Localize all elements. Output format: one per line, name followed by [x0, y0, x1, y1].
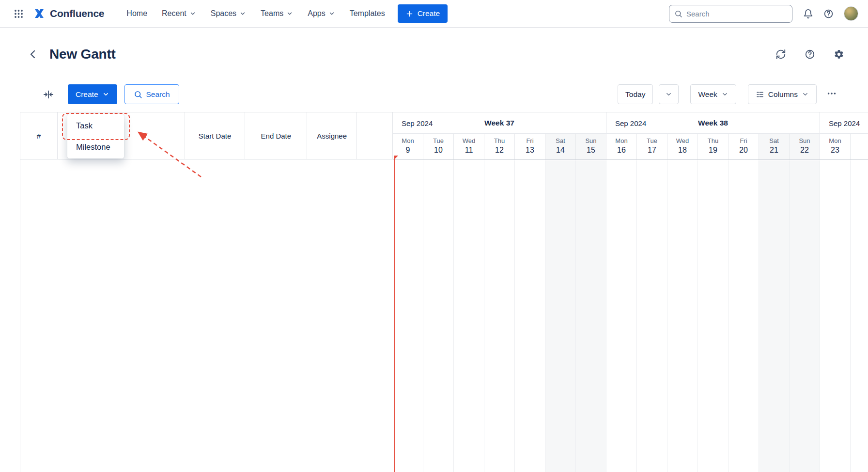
- page-title: New Gantt: [49, 47, 116, 62]
- jump-dropdown-button[interactable]: [659, 84, 679, 104]
- timeline-day-cell: Wed11: [454, 134, 484, 159]
- back-button[interactable]: [24, 46, 42, 63]
- chevron-down-icon: [802, 91, 809, 98]
- timeline-day-cell-weekend: Sun15: [576, 134, 606, 159]
- day-number: 23: [820, 146, 850, 155]
- columns-dropdown[interactable]: Columns: [748, 84, 817, 104]
- search-input[interactable]: [686, 10, 787, 18]
- primary-nav: Home Recent Spaces Teams Apps Templates: [121, 5, 390, 22]
- timeline-day-cell: Thu19: [698, 134, 728, 159]
- timeline-day-column: [423, 160, 454, 472]
- timeline-day-cell: Tue17: [637, 134, 667, 159]
- week-block: Sep 2024: [820, 112, 868, 133]
- timeline-day-column: [820, 160, 851, 472]
- timeline-day-column: [667, 160, 698, 472]
- gantt-search-button[interactable]: Search: [124, 84, 179, 104]
- nav-label: Spaces: [211, 9, 236, 18]
- confluence-brand[interactable]: Confluence: [33, 7, 104, 20]
- day-number: 16: [606, 146, 636, 155]
- day-number: 13: [515, 146, 545, 155]
- day-number: 19: [698, 146, 728, 155]
- nav-label: Apps: [308, 9, 325, 18]
- nav-item-recent[interactable]: Recent: [156, 5, 202, 22]
- today-label: Today: [625, 90, 645, 99]
- timeline-day-cell: Tue10: [423, 134, 454, 159]
- ellipsis-icon: [826, 88, 837, 99]
- day-number: 17: [637, 146, 667, 155]
- timeline-day-cell-weekend: Sat14: [545, 134, 576, 159]
- gear-icon: [834, 49, 844, 60]
- page-header-actions: [773, 47, 847, 62]
- day-name: Wed: [454, 137, 484, 144]
- menu-item-milestone[interactable]: Milestone: [67, 136, 124, 157]
- timeline-day-column-weekend: [759, 160, 790, 472]
- global-create-button[interactable]: Create: [398, 4, 448, 23]
- chevron-down-icon: [286, 10, 293, 17]
- settings-button[interactable]: [831, 47, 847, 62]
- day-name: Thu: [484, 137, 514, 144]
- question-circle-icon: [805, 49, 815, 60]
- day-name: Fri: [728, 137, 759, 144]
- timeline-day-cell: Fri20: [728, 134, 759, 159]
- chevron-down-icon: [102, 91, 109, 98]
- menu-item-task[interactable]: Task: [67, 115, 124, 136]
- notifications-button[interactable]: [799, 5, 817, 22]
- user-avatar[interactable]: [844, 6, 858, 21]
- task-list-empty-area: [20, 159, 393, 472]
- day-name: Wed: [667, 137, 698, 144]
- day-name: Mon: [820, 137, 850, 144]
- timeline-day-column-weekend: [790, 160, 820, 472]
- week-label: Week 38: [698, 119, 728, 127]
- week-block: Sep 2024 Week 37: [393, 112, 606, 133]
- nav-item-apps[interactable]: Apps: [302, 5, 341, 22]
- chevron-down-icon: [665, 91, 672, 98]
- app-switcher-button[interactable]: [10, 5, 27, 22]
- column-header-assignee: Assignee: [307, 112, 357, 159]
- global-search: [669, 5, 792, 23]
- timeline-day-column: [454, 160, 484, 472]
- apps-grid-icon: [14, 9, 23, 18]
- top-navigation-bar: Confluence Home Recent Spaces Teams Apps…: [0, 0, 868, 28]
- search-icon: [674, 10, 682, 18]
- collapse-panel-button[interactable]: [40, 86, 57, 103]
- more-options-button[interactable]: [822, 84, 841, 104]
- timeline-day-column: [515, 160, 545, 472]
- toolbar-right-group: Today Week Columns: [618, 84, 841, 104]
- column-header-actions: [357, 112, 393, 159]
- nav-item-spaces[interactable]: Spaces: [205, 5, 252, 22]
- back-chevron-icon: [27, 48, 39, 60]
- time-scale-dropdown[interactable]: Week: [690, 84, 736, 104]
- timeline: Sep 2024 Week 37 Sep 2024 Week 38 Sep 20…: [393, 112, 868, 472]
- day-number: 15: [576, 146, 606, 155]
- timeline-day-column: [637, 160, 667, 472]
- gantt-help-button[interactable]: [802, 47, 818, 62]
- column-header-end-date: End Date: [245, 112, 307, 159]
- day-name: Fri: [515, 137, 545, 144]
- sync-icon: [775, 49, 786, 60]
- timeline-day-column: [393, 160, 423, 472]
- timeline-day-cell: Mon23: [820, 134, 851, 159]
- question-circle-icon: [823, 9, 834, 19]
- week-block: Sep 2024 Week 38: [606, 112, 820, 133]
- month-label: Sep 2024: [615, 119, 646, 127]
- nav-item-home[interactable]: Home: [121, 5, 153, 22]
- nav-item-templates[interactable]: Templates: [344, 5, 391, 22]
- nav-label: Recent: [162, 9, 186, 18]
- today-button[interactable]: Today: [618, 84, 653, 104]
- columns-label: Columns: [768, 90, 798, 99]
- refresh-button[interactable]: [773, 47, 789, 62]
- nav-label: Templates: [350, 9, 385, 18]
- column-header-start-date: Start Date: [185, 112, 246, 159]
- gantt-toolbar: Create Search Today Week Columns: [40, 84, 841, 104]
- timeline-day-column: [484, 160, 515, 472]
- help-button[interactable]: [820, 5, 837, 22]
- search-label: Search: [146, 90, 170, 99]
- nav-label: Home: [126, 9, 147, 18]
- gantt-create-button[interactable]: Create: [68, 84, 117, 104]
- collapse-icon: [43, 89, 54, 100]
- day-number: 11: [454, 146, 484, 155]
- day-number: 21: [759, 146, 789, 155]
- day-number: 18: [667, 146, 698, 155]
- day-number: 10: [423, 146, 453, 155]
- nav-item-teams[interactable]: Teams: [255, 5, 299, 22]
